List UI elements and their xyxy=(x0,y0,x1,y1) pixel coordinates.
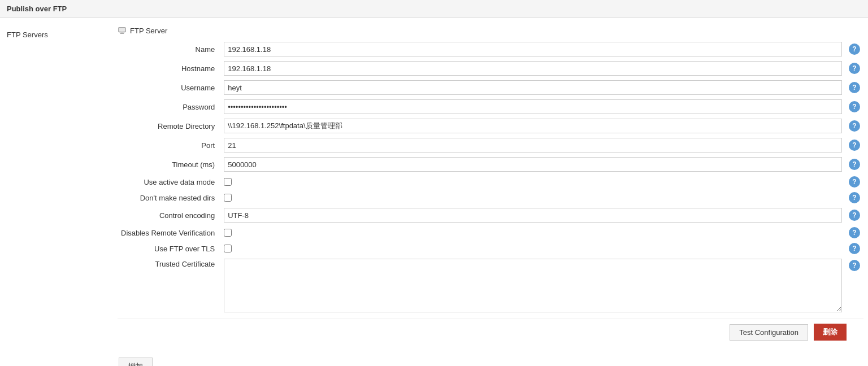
username-help-cell: ? xyxy=(845,78,863,97)
timeout-input-cell xyxy=(220,155,845,174)
remote-dir-input-cell xyxy=(220,116,845,136)
hostname-help-cell: ? xyxy=(845,59,863,78)
control-encoding-row: Control encoding ? xyxy=(118,206,863,225)
remote-dir-help-btn[interactable]: ? xyxy=(849,120,860,132)
username-help-btn[interactable]: ? xyxy=(849,82,860,93)
username-input-cell xyxy=(220,78,845,97)
footer-bar: 增加 xyxy=(0,353,868,366)
nested-dirs-row: Don't make nested dirs ? xyxy=(118,190,863,206)
trusted-cert-row: Trusted Certificate ? xyxy=(118,256,863,316)
name-help-cell: ? xyxy=(845,40,863,59)
delete-button[interactable]: 删除 xyxy=(814,324,847,341)
control-encoding-label: Control encoding xyxy=(118,206,220,225)
trusted-cert-help-cell: ? xyxy=(845,256,863,316)
config-form: Name ? Hostname ? Username xyxy=(118,40,863,316)
disables-remote-checkbox-cell xyxy=(220,225,845,241)
port-input[interactable] xyxy=(224,138,842,152)
nested-dirs-checkbox-cell xyxy=(220,190,845,206)
disables-remote-help-cell: ? xyxy=(845,225,863,241)
nested-dirs-help-btn[interactable]: ? xyxy=(849,192,860,203)
use-active-help-cell: ? xyxy=(845,174,863,190)
trusted-cert-help-btn[interactable]: ? xyxy=(849,260,860,271)
hostname-help-btn[interactable]: ? xyxy=(849,63,860,74)
timeout-help-btn[interactable]: ? xyxy=(849,159,860,170)
test-config-button[interactable]: Test Configuration xyxy=(730,324,808,341)
password-input[interactable] xyxy=(224,99,842,114)
server-icon xyxy=(118,26,127,35)
use-ftp-tls-help-btn[interactable]: ? xyxy=(849,243,860,254)
timeout-input[interactable] xyxy=(224,157,842,172)
use-ftp-tls-checkbox[interactable] xyxy=(224,245,232,252)
server-header-label: FTP Server xyxy=(130,27,167,35)
trusted-cert-textarea-cell xyxy=(220,256,845,316)
control-encoding-input[interactable] xyxy=(224,208,842,223)
hostname-input[interactable] xyxy=(224,61,842,76)
timeout-help-cell: ? xyxy=(845,155,863,174)
trusted-cert-textarea[interactable] xyxy=(224,259,842,312)
disables-remote-checkbox[interactable] xyxy=(224,229,232,237)
control-encoding-help-btn[interactable]: ? xyxy=(849,210,860,221)
use-ftp-tls-row: Use FTP over TLS ? xyxy=(118,241,863,256)
remote-dir-help-cell: ? xyxy=(845,116,863,136)
password-row: Password ? xyxy=(118,97,863,116)
timeout-row: Timeout (ms) ? xyxy=(118,155,863,174)
use-ftp-tls-checkbox-cell xyxy=(220,241,845,256)
server-header: FTP Server xyxy=(118,26,863,35)
disables-remote-help-btn[interactable]: ? xyxy=(849,227,860,238)
remote-dir-label: Remote Directory xyxy=(118,116,220,136)
control-encoding-input-cell xyxy=(220,206,845,225)
add-button[interactable]: 增加 xyxy=(119,358,153,366)
trusted-cert-label: Trusted Certificate xyxy=(118,256,220,316)
nested-dirs-checkbox[interactable] xyxy=(224,194,232,202)
port-input-cell xyxy=(220,136,845,155)
use-active-label: Use active data mode xyxy=(118,174,220,190)
password-label: Password xyxy=(118,97,220,116)
password-help-btn[interactable]: ? xyxy=(849,101,860,112)
hostname-input-cell xyxy=(220,59,845,78)
port-row: Port ? xyxy=(118,136,863,155)
hostname-row: Hostname ? xyxy=(118,59,863,78)
use-active-checkbox[interactable] xyxy=(224,178,232,186)
bottom-bar: Test Configuration 删除 xyxy=(118,319,863,345)
password-input-cell xyxy=(220,97,845,116)
name-input-cell xyxy=(220,40,845,59)
name-row: Name ? xyxy=(118,40,863,59)
use-ftp-tls-help-cell: ? xyxy=(845,241,863,256)
nested-dirs-label: Don't make nested dirs xyxy=(118,190,220,206)
page-title: Publish over FTP xyxy=(0,0,868,18)
username-label: Username xyxy=(118,78,220,97)
svg-rect-1 xyxy=(120,33,124,33)
use-active-checkbox-cell xyxy=(220,174,845,190)
username-input[interactable] xyxy=(224,80,842,95)
port-label: Port xyxy=(118,136,220,155)
hostname-label: Hostname xyxy=(118,59,220,78)
name-input[interactable] xyxy=(224,42,842,56)
content-area: FTP Server Name ? Hostname ? xyxy=(113,24,868,347)
use-ftp-tls-label: Use FTP over TLS xyxy=(118,241,220,256)
timeout-label: Timeout (ms) xyxy=(118,155,220,174)
svg-rect-2 xyxy=(120,32,123,33)
password-help-cell: ? xyxy=(845,97,863,116)
ftp-servers-label: FTP Servers xyxy=(7,28,106,41)
use-active-row: Use active data mode ? xyxy=(118,174,863,190)
port-help-cell: ? xyxy=(845,136,863,155)
use-active-help-btn[interactable]: ? xyxy=(849,176,860,188)
username-row: Username ? xyxy=(118,78,863,97)
port-help-btn[interactable]: ? xyxy=(849,140,860,151)
remote-dir-row: Remote Directory ? xyxy=(118,116,863,136)
name-help-btn[interactable]: ? xyxy=(849,43,860,55)
disables-remote-label: Disables Remote Verification xyxy=(118,225,220,241)
svg-rect-0 xyxy=(119,28,125,32)
remote-dir-input[interactable] xyxy=(224,119,842,133)
control-encoding-help-cell: ? xyxy=(845,206,863,225)
disables-remote-row: Disables Remote Verification ? xyxy=(118,225,863,241)
sidebar: FTP Servers xyxy=(0,24,113,347)
name-label: Name xyxy=(118,40,220,59)
nested-dirs-help-cell: ? xyxy=(845,190,863,206)
